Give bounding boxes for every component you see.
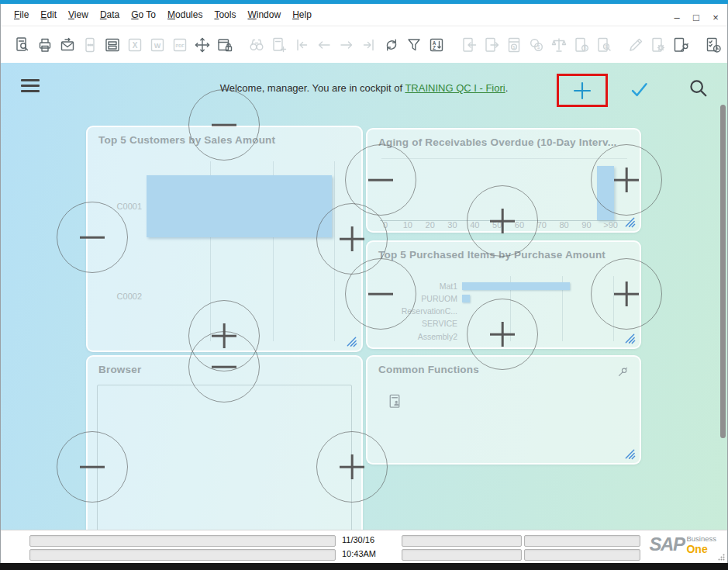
close-button[interactable]: × (709, 11, 722, 23)
axis-tick-label: 90 (581, 220, 592, 230)
scale-decrease-button[interactable] (188, 331, 260, 402)
customize-icon[interactable] (671, 36, 690, 54)
scale-increase-button[interactable] (467, 185, 538, 257)
status-info-field (524, 535, 640, 547)
add-widget-button[interactable] (571, 79, 594, 102)
status-message-field (29, 549, 336, 561)
search-icon[interactable] (688, 78, 709, 99)
bar (147, 175, 332, 237)
axis-tick-label: 10 (402, 220, 413, 230)
sort-icon[interactable] (427, 36, 446, 54)
wrench-icon[interactable] (615, 364, 630, 378)
menu-tools[interactable]: Tools (214, 9, 236, 20)
message-alert-icon[interactable] (726, 36, 728, 54)
highlight-box (557, 74, 608, 107)
preview-icon[interactable] (13, 36, 32, 54)
form-settings-icon[interactable] (649, 36, 668, 54)
maximize-button[interactable]: □ (690, 11, 702, 23)
menu-view[interactable]: View (68, 9, 88, 20)
scale-decrease-button[interactable] (345, 144, 416, 216)
email-icon[interactable] (58, 36, 77, 54)
confirm-button[interactable] (629, 79, 650, 100)
export-word-icon[interactable] (148, 36, 167, 54)
menu-bar: File Edit View Data Go To Modules Tools … (1, 4, 727, 26)
taskbar-strip (0, 563, 728, 570)
gross-profit-icon[interactable] (527, 36, 546, 54)
category-label: Assembly2 (378, 332, 462, 341)
print-layout-icon[interactable] (103, 36, 122, 54)
menu-go-to[interactable]: Go To (131, 9, 156, 20)
base-document-icon[interactable] (460, 36, 478, 54)
axis-tick-label: 80 (559, 220, 570, 230)
resize-handle[interactable] (624, 333, 636, 344)
window-resize-grip[interactable] (717, 553, 726, 561)
business-partner-doc-icon[interactable] (386, 392, 404, 410)
status-time: 10:43AM (342, 549, 376, 558)
resize-handle[interactable] (624, 216, 636, 228)
menu-window[interactable]: Window (247, 9, 281, 20)
menu-help[interactable]: Help (292, 9, 312, 20)
volume-weight-icon[interactable] (550, 36, 568, 54)
widget-common-functions[interactable]: Common Functions (366, 355, 641, 465)
scale-decrease-button[interactable] (57, 202, 128, 273)
resize-handle[interactable] (346, 336, 357, 347)
sap-business-one-logo: SAP Business One (650, 535, 716, 554)
approval-status-icon[interactable] (704, 36, 723, 54)
last-record-icon[interactable] (360, 36, 378, 54)
bar (462, 282, 570, 290)
status-message-field (29, 535, 336, 547)
menu-file[interactable]: File (14, 9, 29, 20)
status-bar: 11/30/16 10:43AM SAP Business One (1, 530, 727, 563)
scale-decrease-button[interactable] (188, 89, 260, 161)
welcome-message: Welcome, manager. You are in cockpit of … (1, 82, 727, 94)
next-record-icon[interactable] (337, 36, 356, 54)
journal-preview-icon[interactable] (595, 36, 613, 54)
target-document-icon[interactable] (482, 36, 501, 54)
find-icon[interactable] (247, 36, 266, 54)
first-record-icon[interactable] (292, 36, 311, 54)
export-excel-icon[interactable] (126, 36, 144, 54)
scale-decrease-button[interactable] (57, 431, 128, 503)
scale-increase-button[interactable] (316, 431, 388, 503)
status-info-field (524, 549, 640, 561)
sap-business-one-window: File Edit View Data Go To Modules Tools … (0, 0, 728, 570)
status-info-field (402, 535, 522, 547)
toolbar (1, 26, 727, 64)
window-controls: – □ × (671, 11, 722, 23)
menu-data[interactable]: Data (100, 9, 119, 20)
status-info-field (402, 549, 522, 561)
filter-icon[interactable] (405, 36, 423, 54)
status-date: 11/30/16 (342, 535, 374, 544)
cockpit-area: Welcome, manager. You are in cockpit of … (1, 63, 727, 530)
transaction-journal-icon[interactable] (572, 36, 591, 54)
menu-modules[interactable]: Modules (167, 9, 202, 20)
cockpit-link[interactable]: TRAINING QC I - Fiori (405, 82, 505, 94)
refresh-icon[interactable] (382, 36, 401, 54)
lock-screen-icon[interactable] (216, 36, 234, 54)
minimize-button[interactable]: – (671, 11, 683, 23)
vertical-scrollbar-thumb[interactable] (720, 105, 726, 438)
axis-tick-label: 30 (447, 220, 457, 230)
scale-increase-button[interactable] (591, 258, 662, 330)
print-icon[interactable] (36, 36, 54, 54)
category-label: C0002 (98, 292, 147, 301)
menu-edit[interactable]: Edit (40, 9, 57, 20)
export-pdf-icon[interactable] (171, 36, 189, 54)
gridline (381, 158, 627, 159)
scale-increase-button[interactable] (467, 299, 538, 370)
scale-increase-button[interactable] (591, 144, 662, 216)
move-icon[interactable] (193, 36, 212, 54)
payment-means-icon[interactable] (505, 36, 523, 54)
sms-icon[interactable] (81, 36, 99, 54)
axis-tick-label: >90 (603, 220, 618, 230)
bar (462, 295, 470, 302)
browser-content-frame (97, 385, 352, 530)
scale-decrease-button[interactable] (345, 258, 416, 330)
axis-tick-label: 20 (425, 220, 436, 230)
previous-record-icon[interactable] (315, 36, 333, 54)
widget-title: Aging of Receivables Overdue (10-Day Int… (367, 130, 640, 148)
add-record-icon[interactable] (270, 36, 288, 54)
document-editing-icon[interactable] (626, 36, 645, 54)
resize-handle[interactable] (624, 448, 636, 460)
